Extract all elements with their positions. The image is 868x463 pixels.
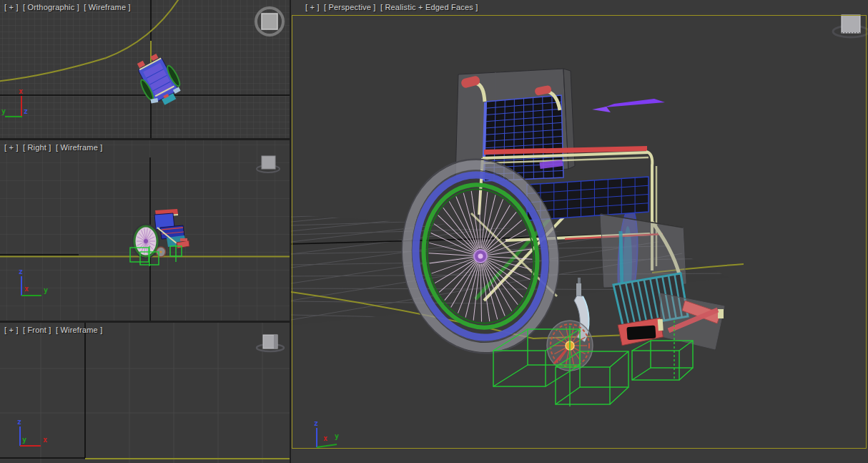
viewport-menu-general[interactable]: [ + ] xyxy=(4,326,19,334)
viewport-menu-pov[interactable]: [ Front ] xyxy=(23,326,51,334)
viewport-perspective[interactable]: z x y [ + ] [ Perspective ] [ Realistic … xyxy=(291,0,868,463)
viewport-menu-shading[interactable]: [ Realistic + Edged Faces ] xyxy=(380,3,478,11)
viewport-splitter-horizontal[interactable] xyxy=(0,321,290,323)
axis-y-label: y xyxy=(335,432,339,440)
axis-z-label: z xyxy=(24,107,28,115)
axis-y-label: y xyxy=(22,436,26,444)
viewport-menu-general[interactable]: [ + ] xyxy=(305,3,320,11)
axis-y-label: y xyxy=(1,107,6,115)
viewport-orthographic[interactable]: x y z [ + ] [ Orthographic ] [ Wireframe… xyxy=(0,0,290,138)
viewport-menu-general[interactable]: [ + ] xyxy=(4,143,19,152)
viewport-splitter-horizontal[interactable] xyxy=(0,138,290,140)
axis-x-label: x xyxy=(323,434,327,442)
viewport-menu-pov[interactable]: [ Orthographic ] xyxy=(23,3,79,11)
viewport-menu-pov[interactable]: [ Right ] xyxy=(23,143,51,152)
axis-y-label: y xyxy=(44,286,48,294)
viewport-menu-shading[interactable]: [ Wireframe ] xyxy=(56,326,103,334)
viewport-label-orthographic: [ + ] [ Orthographic ] [ Wireframe ] xyxy=(4,3,133,11)
viewcube-icon[interactable] xyxy=(255,6,285,36)
viewport-label-perspective: [ + ] [ Perspective ] [ Realistic + Edge… xyxy=(305,3,480,11)
viewport-menu-shading[interactable]: [ Wireframe ] xyxy=(84,3,131,11)
viewport-label-front: [ + ] [ Front ] [ Wireframe ] xyxy=(4,326,104,334)
axis-x-label: x xyxy=(24,285,29,293)
axis-z-label: z xyxy=(314,419,318,427)
viewport-menu-shading[interactable]: [ Wireframe ] xyxy=(56,143,103,152)
axis-z-label: z xyxy=(17,418,21,426)
viewport-label-right: [ + ] [ Right ] [ Wireframe ] xyxy=(4,143,104,152)
viewport-menu-pov[interactable]: [ Perspective ] xyxy=(324,3,376,11)
viewport-front[interactable]: z y x [ + ] [ Front ] [ Wireframe ] xyxy=(0,323,290,463)
viewport-splitter-vertical[interactable] xyxy=(290,0,291,463)
axis-x-label: x xyxy=(43,436,47,444)
viewport-layout: x y z [ + ] [ Orthographic ] [ Wireframe… xyxy=(0,0,868,463)
axis-z-label: z xyxy=(19,268,23,276)
viewport-menu-general[interactable]: [ + ] xyxy=(4,3,19,11)
axis-x-label: x xyxy=(19,87,23,95)
viewport-right[interactable]: z y x [ + ] [ Right ] [ Wireframe ] xyxy=(0,140,290,321)
